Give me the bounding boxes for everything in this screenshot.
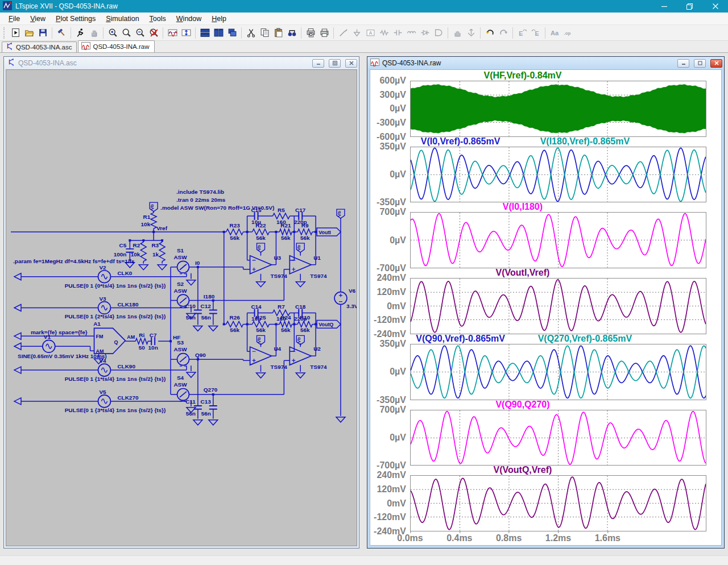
schematic-label: AM <box>96 348 104 354</box>
wire <box>339 294 342 302</box>
wire <box>14 343 21 350</box>
tab-qsd-4053-ina.raw[interactable]: QSD-4053-INA.raw <box>78 40 154 52</box>
y-tick-label: 240mV <box>377 470 406 480</box>
toolbar-find-icon[interactable] <box>285 26 299 40</box>
toolbar-print-icon[interactable] <box>317 26 331 40</box>
schematic-label: A1 <box>93 321 101 327</box>
tab-qsd-4053-ina.asc[interactable]: QSD-4053-INA.asc <box>2 41 77 52</box>
schematic-icon <box>5 42 14 52</box>
x-tick-label: 0.0ms <box>397 533 423 543</box>
schematic-window-titlebar[interactable]: QSD-4053-INA.asc <box>4 57 359 69</box>
child-minimize-icon[interactable] <box>312 59 324 68</box>
toolbar-zoom-in-icon[interactable] <box>106 26 119 40</box>
schematic-label: Vb <box>257 337 262 343</box>
toolbar-halt-hand-icon <box>87 26 101 40</box>
waveform-grid[interactable] <box>411 410 706 466</box>
waveform-grid[interactable] <box>411 81 706 136</box>
toolbar-control-panel-icon[interactable] <box>55 26 68 40</box>
schematic-label: C15 <box>251 207 262 213</box>
schematic-label: AM <box>127 334 135 340</box>
toolbar-open-folder-icon[interactable] <box>22 26 36 40</box>
menu-item-view[interactable]: View <box>25 14 51 24</box>
y-tick-label: 0µV <box>390 367 406 377</box>
toolbar-mirror-icon: E <box>515 26 529 40</box>
y-tick-label: -600µV <box>377 132 406 142</box>
child-close-icon[interactable] <box>710 59 722 68</box>
toolbar-undo-icon[interactable] <box>483 26 497 40</box>
waveform-window-title: QSD-4053-INA.raw <box>382 59 673 67</box>
junction-dot <box>315 231 317 233</box>
waveform-grid[interactable] <box>411 213 706 268</box>
schematic-label: U4 <box>274 346 281 352</box>
minimize-icon[interactable] <box>651 0 677 13</box>
y-tick-label: 0µV <box>390 235 406 246</box>
wire <box>193 420 202 425</box>
junction-dot <box>246 231 249 233</box>
restore-icon[interactable] <box>677 0 702 13</box>
toolbar-plot-settings-icon[interactable] <box>166 26 179 40</box>
wire <box>289 256 311 274</box>
toolbar-tile-vertical-icon[interactable] <box>198 26 212 40</box>
y-tick-label: -120mV <box>374 315 406 325</box>
toolbar-zoom-back-icon[interactable] <box>119 26 133 40</box>
toolbar-copy-icon[interactable] <box>258 26 271 40</box>
schematic-label: Vb <box>296 245 301 251</box>
toolbar-zoom-out-icon[interactable] <box>133 26 147 40</box>
junction-dot <box>246 323 249 325</box>
plot-pane-3: V(I0,I180)700µV0µV-700µV <box>370 202 721 268</box>
y-tick-label: -120mV <box>374 512 406 522</box>
toolbar-redo-icon <box>497 26 510 40</box>
y-tick-label: 120mV <box>377 484 406 495</box>
menu-item-file[interactable]: File <box>3 14 25 24</box>
toolbar-save-icon[interactable] <box>36 26 49 40</box>
child-restore-icon[interactable] <box>694 59 706 68</box>
waveform-grid[interactable] <box>411 344 706 400</box>
menu-item-tools[interactable]: Tools <box>144 14 171 24</box>
svg-text:Aa: Aa <box>551 30 559 36</box>
menu-item-simulation[interactable]: Simulation <box>101 14 144 24</box>
child-maximize-icon[interactable] <box>329 59 341 68</box>
schematic-label: C7 <box>150 332 157 338</box>
waveform-grid[interactable] <box>411 279 706 334</box>
child-minimize-icon[interactable] <box>677 59 689 68</box>
junction-dot <box>142 239 144 242</box>
wire <box>159 242 165 261</box>
toolbar-print-preview-icon[interactable] <box>304 26 317 40</box>
toolbar-separator <box>71 27 71 39</box>
schematic-label: ASW <box>173 346 187 352</box>
toolbar-grip <box>3 27 6 39</box>
wire <box>209 326 218 331</box>
child-close-icon[interactable] <box>345 59 357 68</box>
toolbar-zoom-full-extents-icon[interactable] <box>147 26 160 40</box>
schematic-label: CLK0 <box>117 270 132 276</box>
toolbar-run-page-icon[interactable] <box>9 26 22 40</box>
toolbar-tile-horizontal-icon[interactable] <box>212 26 225 40</box>
menu-item-window[interactable]: Window <box>171 14 206 24</box>
app-titlebar[interactable]: LTspice XVII - QSD-4053-INA.raw <box>0 0 728 13</box>
waveform-grid[interactable] <box>411 476 706 531</box>
menu-item-plot-settings[interactable]: Plot Settings <box>51 14 101 24</box>
toolbar-inductor-icon <box>404 26 418 40</box>
close-icon[interactable] <box>702 0 728 13</box>
schematic-canvas[interactable]: .include TS974.lib.tran 0 22ms 20ms.mode… <box>6 69 357 546</box>
toolbar-separator <box>333 27 334 39</box>
toolbar-cut-icon[interactable] <box>244 26 258 40</box>
toolbar-drag-icon <box>464 26 478 40</box>
wire <box>180 356 187 362</box>
schematic-label: V2 <box>99 264 106 271</box>
waveform-grid[interactable] <box>411 147 706 202</box>
toolbar-cascade-icon[interactable] <box>225 26 239 40</box>
tab-label: QSD-4053-INA.raw <box>93 43 149 50</box>
toolbar-paste-icon[interactable] <box>271 26 285 40</box>
menu-item-help[interactable]: Help <box>206 14 231 24</box>
y-axis-labels: 350µV0µV-350µV <box>370 344 408 400</box>
toolbar-autorange-icon[interactable] <box>179 26 193 40</box>
wire <box>46 344 52 348</box>
schematic-label: CLK180 <box>117 301 139 308</box>
plot-pane-7: V(VoutQ,Vref)240mV120mV0mV-120mV-240mV <box>370 466 721 531</box>
waveform-window-titlebar[interactable]: QSD-4053-INA.raw <box>367 57 724 69</box>
toolbar-run-man-icon[interactable] <box>73 26 87 40</box>
wire <box>292 351 295 362</box>
toolbar-separator <box>480 27 481 39</box>
wire <box>279 321 292 327</box>
